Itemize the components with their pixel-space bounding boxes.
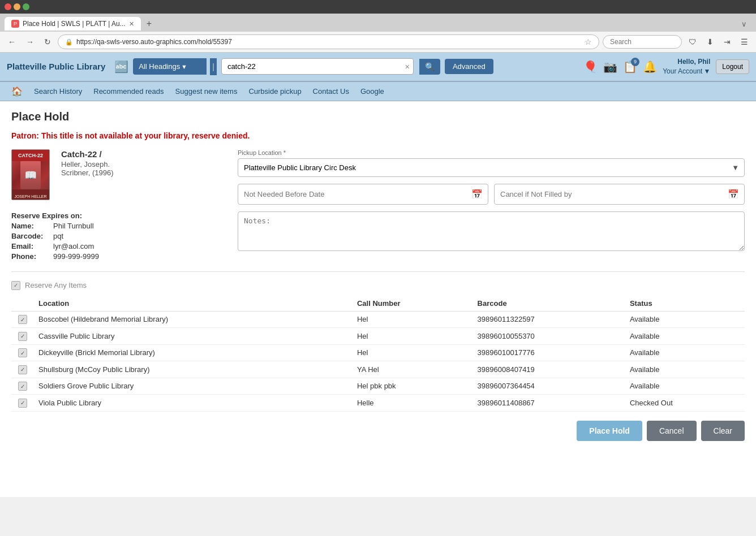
col-header-barcode: Barcode (473, 296, 625, 312)
user-greeting: Hello, Phil (663, 57, 710, 67)
bell-icon-button[interactable]: 🔔 (643, 60, 657, 74)
search-clear-icon[interactable]: × (405, 62, 410, 71)
row-barcode-5: 39896011408867 (473, 395, 625, 412)
row-checkbox-4[interactable]: ✓ (18, 382, 27, 391)
app-title: Platteville Public Library (7, 62, 105, 71)
row-location-4: Soldiers Grove Public Library (34, 378, 353, 395)
nav-curbside-pickup[interactable]: Curbside pickup (244, 85, 306, 97)
table-section: ✓ Reserve Any Items Location Call Number… (11, 271, 745, 412)
row-call-number-0: Hel (353, 311, 473, 328)
cancel-calendar-icon[interactable]: 📅 (728, 189, 739, 200)
date-fields-group: 📅 📅 (238, 184, 745, 205)
not-needed-before-field: 📅 (238, 184, 488, 205)
error-message: Patron: This title is not available at y… (11, 131, 745, 140)
phone-value: 999-999-9999 (53, 252, 99, 261)
tab-close-icon[interactable]: ✕ (129, 20, 134, 28)
notes-field[interactable] (238, 211, 745, 251)
row-call-number-5: Helle (353, 395, 473, 412)
nav-suggest-new-items[interactable]: Suggest new items (171, 85, 242, 97)
row-location-1: Cassville Public Library (34, 328, 353, 345)
book-cover-image: CATCH-22 📖 JOSEPH HELLER (11, 149, 50, 200)
pickup-select-wrapper: Platteville Public Library Circ Desk ▼ (238, 158, 745, 177)
new-tab-button[interactable]: + (141, 16, 157, 32)
nav-contact-us[interactable]: Contact Us (308, 85, 354, 97)
browser-nav-bar: ← → ↻ 🔒 https://qa-swls-verso.auto-graph… (0, 32, 756, 53)
reload-button[interactable]: ↻ (41, 36, 54, 48)
row-barcode-3: 39896008407419 (473, 361, 625, 378)
nav-bar: 🏠 Search History Recommended reads Sugge… (0, 81, 756, 101)
row-checkbox-3[interactable]: ✓ (18, 365, 27, 374)
cancel-not-filled-input[interactable] (494, 184, 745, 205)
extensions-icon[interactable]: 🛡 (685, 36, 700, 48)
pipe-separator: | (210, 58, 217, 75)
app-header: Platteville Public Library 🔤 All Heading… (0, 53, 756, 81)
translate-icon: 🔤 (114, 60, 128, 74)
menu-icon[interactable]: ☰ (737, 36, 751, 48)
row-call-number-2: Hel (353, 344, 473, 361)
pickup-location-select[interactable]: Platteville Public Library Circ Desk (238, 158, 745, 177)
balloon-icon-button[interactable]: 🎈 (583, 60, 598, 74)
advanced-search-button[interactable]: Advanced (445, 59, 493, 74)
back-button[interactable]: ← (5, 36, 19, 48)
logout-button[interactable]: Logout (716, 59, 749, 74)
main-content: Place Hold Patron: This title is not ava… (0, 101, 756, 497)
book-author: Heller, Joseph. (61, 160, 226, 168)
camera-icon-button[interactable]: 📷 (603, 60, 617, 74)
nav-search-history[interactable]: Search History (29, 85, 87, 97)
bookmark-icon[interactable]: ☆ (585, 37, 592, 46)
account-link[interactable]: Your Account ▼ (663, 67, 710, 76)
right-panel: Pickup Location * Platteville Public Lib… (238, 149, 745, 262)
table-header-row: Location Call Number Barcode Status (11, 296, 745, 312)
reserve-expires-row: Reserve Expires on: (11, 211, 226, 220)
reserve-any-label: Reserve Any Items (25, 281, 87, 289)
book-cover-author: JOSEPH HELLER (14, 194, 46, 198)
search-type-select[interactable]: All Headings (133, 58, 207, 75)
email-value: lyr@aol.com (53, 242, 94, 250)
barcode-value: pqt (53, 232, 63, 240)
row-checkbox-5[interactable]: ✓ (18, 399, 27, 408)
book-publisher: Scribner, (1996) (61, 168, 226, 177)
browser-search-input[interactable] (603, 35, 682, 49)
email-label: Email: (11, 242, 51, 250)
table-row: ✓ Dickeyville (Brickl Memorial Library) … (11, 344, 745, 361)
search-input-wrapper: × (221, 58, 414, 75)
row-checkbox-2[interactable]: ✓ (18, 348, 27, 357)
book-section: CATCH-22 📖 JOSEPH HELLER Catch-22 / Hell… (11, 149, 226, 200)
cancel-button[interactable]: Cancel (647, 421, 697, 441)
header-icons-group: 🎈 📷 📋 9 🔔 Hello, Phil Your Account ▼ Log… (583, 57, 749, 76)
tab-favicon: P (11, 20, 19, 28)
reserve-any-checkbox[interactable]: ✓ (11, 281, 20, 290)
tab-title: Place Hold | SWLS | PLATT | Au... (23, 20, 126, 28)
clear-button[interactable]: Clear (701, 421, 745, 441)
share-icon[interactable]: ⇥ (720, 36, 734, 48)
list-icon-button[interactable]: 📋 9 (623, 60, 637, 74)
table-row: ✓ Shullsburg (McCoy Public Library) YA H… (11, 361, 745, 378)
table-row: ✓ Cassville Public Library Hel 398960100… (11, 328, 745, 345)
nav-recommended-reads[interactable]: Recommended reads (89, 85, 168, 97)
row-status-5: Checked Out (625, 395, 745, 412)
search-input[interactable] (225, 59, 405, 74)
table-row: ✓ Soldiers Grove Public Library Hel pbk … (11, 378, 745, 395)
content-layout: CATCH-22 📖 JOSEPH HELLER Catch-22 / Hell… (11, 149, 745, 262)
search-go-button[interactable]: 🔍 (419, 59, 440, 75)
place-hold-button[interactable]: Place Hold (577, 421, 642, 441)
not-needed-before-input[interactable] (238, 184, 488, 205)
save-icon[interactable]: ⬇ (703, 36, 717, 48)
barcode-label: Barcode: (11, 232, 51, 240)
row-status-3: Available (625, 361, 745, 378)
row-location-0: Boscobel (Hildebrand Memorial Library) (34, 311, 353, 328)
home-icon[interactable]: 🏠 (7, 84, 27, 98)
forward-button[interactable]: → (23, 36, 37, 48)
row-checkbox-0[interactable]: ✓ (18, 315, 27, 324)
bottom-bar: Place Hold Cancel Clear (11, 412, 745, 443)
address-bar[interactable]: 🔒 https://qa-swls-verso.auto-graphics.co… (58, 34, 599, 49)
col-header-status: Status (625, 296, 745, 312)
tab-overflow-icon[interactable]: ∨ (737, 20, 751, 28)
col-header-call-number: Call Number (353, 296, 473, 312)
nav-google[interactable]: Google (356, 85, 389, 97)
user-info[interactable]: Hello, Phil Your Account ▼ (663, 57, 710, 76)
active-tab[interactable]: P Place Hold | SWLS | PLATT | Au... ✕ (5, 17, 141, 31)
row-checkbox-1[interactable]: ✓ (18, 332, 27, 341)
row-status-4: Available (625, 378, 745, 395)
not-needed-calendar-icon[interactable]: 📅 (471, 189, 483, 200)
